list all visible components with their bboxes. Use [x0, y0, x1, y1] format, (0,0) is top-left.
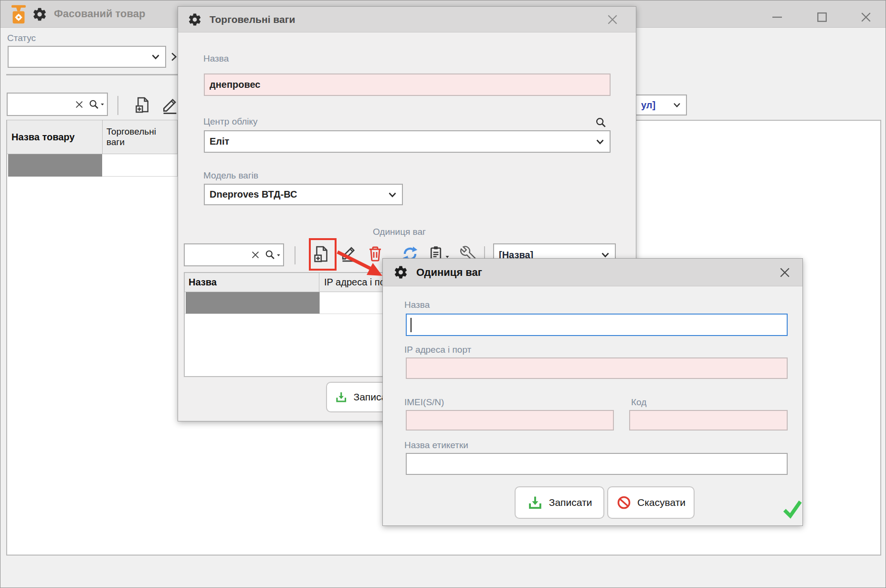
save-button[interactable]: Записати: [515, 486, 604, 519]
product-table-header: Назва товару Торговельні ваги: [7, 120, 178, 154]
green-checkmark-icon: [782, 499, 803, 519]
status-label: Статус: [7, 33, 36, 43]
add-document-icon: [135, 96, 151, 114]
edit-unit-button[interactable]: [340, 243, 358, 262]
close-icon: [859, 10, 873, 24]
page-title: Фасований товар: [54, 8, 145, 20]
dialog-title: Одиниця ваг: [416, 266, 482, 279]
accounting-center-value: Еліт: [210, 136, 229, 147]
selected-product-cell[interactable]: [8, 154, 102, 177]
name-label: Назва: [203, 53, 229, 64]
columns-combobox-value: ул]: [641, 100, 655, 111]
search-button[interactable]: [86, 99, 107, 110]
toolbar-separator: [117, 96, 118, 115]
column-header-scales: Торговельні ваги: [106, 126, 173, 148]
unit-ip-input[interactable]: [406, 357, 788, 379]
search-icon: [88, 99, 100, 110]
dialog-title: Торговельні ваги: [210, 14, 295, 25]
scales-name-input[interactable]: [204, 74, 611, 96]
cancel-button[interactable]: Скасувати: [607, 486, 695, 519]
scales-model-label: Модель вагів: [203, 170, 258, 181]
add-product-button[interactable]: [135, 96, 151, 114]
unit-search-input[interactable]: [185, 250, 248, 260]
chevron-down-icon: [387, 189, 398, 200]
dialog-close-button[interactable]: [605, 12, 620, 27]
accounting-center-combobox[interactable]: Еліт: [204, 130, 611, 153]
unit-imei-input[interactable]: [406, 410, 614, 430]
cancel-button-label: Скасувати: [637, 497, 686, 508]
unit-search-button[interactable]: [263, 249, 283, 261]
search-input[interactable]: [8, 99, 72, 110]
unit-label-name-input[interactable]: [406, 453, 788, 475]
gear-icon: [393, 265, 408, 280]
close-icon: [778, 265, 792, 280]
gear-icon: [32, 7, 47, 22]
delete-unit-button[interactable]: [367, 244, 384, 263]
search-icon: [264, 249, 276, 261]
scales-model-value: Dneproves ВТД-ВС: [210, 189, 297, 200]
unit-section-label: Одиниця ваг: [373, 227, 426, 237]
unit-ip-label: IP адреса і порт: [404, 345, 471, 355]
status-combobox[interactable]: [8, 46, 166, 68]
close-button[interactable]: [859, 10, 873, 24]
scales-app-icon: [9, 4, 28, 25]
trash-icon: [367, 244, 384, 263]
unit-name-label: Назва: [404, 300, 430, 310]
dialog-close-button[interactable]: [778, 265, 792, 280]
clear-x-icon: [74, 99, 84, 110]
product-search-box: [7, 93, 108, 116]
add-unit-button[interactable]: [313, 244, 330, 263]
save-download-icon: [335, 389, 348, 405]
add-document-icon: [313, 244, 330, 263]
maximize-button[interactable]: [815, 10, 829, 24]
divider: [6, 74, 178, 75]
unit-code-label: Код: [631, 397, 646, 408]
clear-x-icon: [250, 250, 261, 260]
chevron-down-icon: [672, 100, 682, 110]
application-window: Фасований товар Статус Назва товару Торг…: [0, 0, 886, 588]
clear-search-button[interactable]: [72, 99, 86, 110]
dialog-unit: Одиниця ваг Назва IP адреса і порт IMEI(…: [382, 258, 803, 526]
search-options-caret-icon: [276, 252, 281, 258]
unit-code-input[interactable]: [629, 410, 788, 430]
unit-column-header-name: Назва: [189, 277, 217, 288]
pencil-icon: [340, 243, 358, 262]
unit-search-box: [184, 243, 284, 266]
text-cursor: [411, 318, 411, 332]
unit-clear-search-button[interactable]: [248, 250, 263, 260]
save-button-label: Записати: [549, 497, 592, 508]
chevron-down-icon: [150, 51, 161, 63]
column-header-product: Назва товару: [11, 132, 74, 143]
unit-label-name-label: Назва етикетки: [404, 440, 468, 451]
gear-icon: [188, 12, 202, 27]
chevron-down-icon: [594, 136, 606, 147]
product-scales-cell[interactable]: [102, 154, 178, 177]
save-download-icon: [527, 494, 543, 511]
columns-combobox[interactable]: ул]: [635, 94, 687, 116]
trade-scales-titlebar: Торговельні ваги: [178, 7, 636, 32]
close-icon: [605, 12, 620, 27]
edit-product-button[interactable]: [161, 96, 179, 114]
accounting-center-label: Центр обліку: [203, 116, 258, 127]
scales-model-combobox[interactable]: Dneproves ВТД-ВС: [204, 184, 403, 205]
pencil-icon: [161, 96, 179, 114]
minimize-button[interactable]: [770, 10, 784, 24]
lookup-search-icon[interactable]: [595, 116, 607, 129]
unit-dialog-titlebar: Одиниця ваг: [383, 259, 802, 286]
minimize-icon: [770, 10, 784, 24]
toolbar-separator: [295, 246, 295, 264]
maximize-icon: [815, 10, 829, 24]
selected-unit-cell[interactable]: [186, 292, 319, 314]
unit-imei-label: IMEI(S/N): [404, 397, 444, 408]
no-entry-icon: [616, 495, 632, 510]
unit-name-input[interactable]: [406, 314, 788, 336]
search-options-caret-icon: [100, 102, 105, 107]
